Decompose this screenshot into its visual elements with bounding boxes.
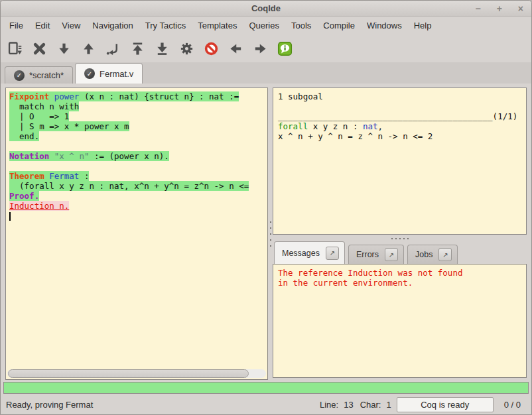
next-icon [253,41,268,56]
run-to-end-button[interactable] [153,40,171,58]
tab-label: Fermat.v [100,69,133,79]
menu-item-tools[interactable]: Tools [285,18,317,33]
menu-item-navigation[interactable]: Navigation [86,18,139,33]
menu-item-help[interactable]: Help [408,18,438,33]
code-line: Fixpoint power (x n : nat) {struct n} : … [9,91,267,101]
goal-line [278,101,521,111]
run-to-end-icon [155,41,170,56]
detach-button[interactable]: ↗ [326,247,339,260]
message-line: The reference Induction was not found [278,268,521,278]
code-line: | O => 1 [9,111,267,121]
status-bar: Ready, proving Fermat Line: 13 Char: 1 C… [1,395,531,414]
about-button[interactable] [276,40,294,58]
detach-button[interactable]: ↗ [438,248,452,261]
buffer-tab-bar: ✓*scratch*✓Fermat.v [1,62,531,84]
tab-label: *scratch* [29,70,64,80]
fully-check-icon [179,41,194,56]
tab-label: Errors [356,250,379,259]
previous-icon [228,41,243,56]
tab-fermat-v[interactable]: ✓Fermat.v [75,63,143,84]
tab-label: Messages [282,249,320,258]
horizontal-splitter[interactable] [273,236,527,241]
code-line: match n with [9,101,267,111]
menu-item-compile[interactable]: Compile [317,18,361,33]
script-editor[interactable]: Fixpoint power (x n : nat) {struct n} : … [6,88,267,369]
messages-tab-bar: Messages↗Errors↗Jobs↗ [273,241,527,264]
run-to-cursor-icon [105,41,121,56]
next-button[interactable] [251,40,269,58]
menu-item-file[interactable]: File [3,18,29,33]
code-line: Notation "x ^ n" := (power x n). [9,151,267,161]
fully-check-button[interactable] [178,40,196,58]
line-label: Line: [320,400,338,410]
goal-line: 1 subgoal [278,91,521,101]
detach-button[interactable]: ↗ [385,248,398,261]
scrollbar-thumb[interactable] [8,369,249,378]
run-to-cursor-button[interactable] [104,40,122,58]
maximize-button[interactable]: + [497,4,502,13]
goal-line: ________________________________________… [278,111,521,121]
menu-item-queries[interactable]: Queries [243,18,285,33]
char-label: Char: [360,400,381,410]
messages-pane[interactable]: The reference Induction was not foundin … [273,264,527,378]
about-icon [277,41,293,56]
goal-line: forall x y z n : nat, [278,121,521,131]
menu-item-windows[interactable]: Windows [361,18,408,33]
tab-jobs[interactable]: Jobs↗ [407,245,458,264]
code-line: Theorem Fermat : [9,171,267,181]
go-to-start-button[interactable] [129,40,147,58]
code-line [9,211,267,221]
goal-line: x ^ n + y ^ n = z ^ n -> n <= 2 [278,131,521,141]
coq-status-button[interactable]: Coq is ready [397,397,494,412]
code-line: | S m => x * power x m [9,121,267,131]
progress-bar [3,382,529,394]
save-button[interactable] [6,40,24,58]
tab-errors[interactable]: Errors↗ [348,245,404,264]
script-editor-pane[interactable]: Fixpoint power (x n : nat) {struct n} : … [5,88,268,380]
status-right-group: Line: 13 Char: 1 Coq is ready 0 / 0 [313,397,526,412]
minimize-button[interactable]: − [475,4,480,13]
check-icon: ✓ [84,68,95,79]
worker-counter: 0 / 0 [504,400,521,410]
step-backward-button[interactable] [80,40,98,58]
code-line: end. [9,131,267,141]
code-line: Proof. [9,191,267,201]
tab-scratch[interactable]: ✓*scratch* [5,66,73,84]
menu-bar: FileEditViewNavigationTry TacticsTemplat… [1,17,531,34]
menu-item-try-tactics[interactable]: Try Tactics [139,18,192,33]
horizontal-scrollbar[interactable] [7,369,266,378]
detach-icon: ↗ [389,251,394,259]
code-line: Induction n. [9,201,267,211]
char-value: 1 [386,400,391,410]
step-backward-icon [81,41,96,56]
menu-item-templates[interactable]: Templates [192,18,243,33]
messages-notebook: Messages↗Errors↗Jobs↗ The reference Indu… [273,241,527,378]
message-line: in the current environment. [278,278,521,288]
code-line [9,141,267,151]
close-button[interactable]: × [518,4,523,13]
detach-icon: ↗ [330,249,335,257]
close-buffer-button[interactable] [31,40,48,58]
close-buffer-icon [32,41,47,56]
tab-label: Jobs [415,250,432,259]
status-text: Ready, proving Fermat [6,400,313,410]
line-value: 13 [344,400,353,410]
step-forward-icon [56,41,72,56]
save-icon [7,41,23,56]
interrupt-button[interactable] [202,40,220,58]
window-title: CoqIde [251,3,281,13]
window-controls: − + × [475,1,523,16]
step-forward-button[interactable] [55,40,73,58]
goal-pane[interactable]: 1 subgoal ______________________________… [273,88,527,235]
title-bar[interactable]: CoqIde − + × [1,1,531,17]
go-to-start-icon [130,41,145,56]
menu-item-view[interactable]: View [56,18,86,33]
text-cursor [9,212,11,221]
vertical-splitter[interactable] [268,88,273,380]
code-line: (forall x y z n : nat, x^n + y^n = z^n -… [9,181,267,191]
tab-messages[interactable]: Messages↗ [274,241,345,264]
detach-icon: ↗ [442,251,448,259]
menu-item-edit[interactable]: Edit [29,18,56,33]
main-area: Fixpoint power (x n : nat) {struct n} : … [1,84,531,382]
previous-button[interactable] [227,40,245,58]
